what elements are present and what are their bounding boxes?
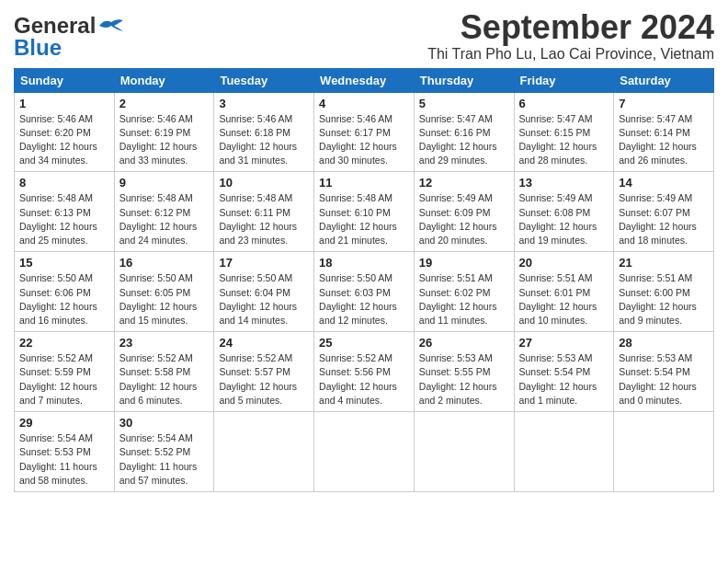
day-number: 19 bbox=[419, 256, 509, 270]
calendar-cell bbox=[214, 412, 314, 492]
calendar-cell: 24 Sunrise: 5:52 AMSunset: 5:57 PMDaylig… bbox=[214, 332, 314, 412]
calendar-cell: 25 Sunrise: 5:52 AMSunset: 5:56 PMDaylig… bbox=[314, 332, 415, 412]
weekday-header-sunday: Sunday bbox=[15, 68, 115, 92]
weekday-header-row: SundayMondayTuesdayWednesdayThursdayFrid… bbox=[15, 68, 714, 92]
day-number: 22 bbox=[19, 336, 109, 350]
day-info: Sunrise: 5:48 AMSunset: 6:12 PMDaylight:… bbox=[119, 191, 210, 247]
month-title: September 2024 bbox=[427, 9, 714, 46]
day-number: 2 bbox=[119, 97, 210, 110]
weekday-header-friday: Friday bbox=[514, 68, 614, 92]
day-info: Sunrise: 5:53 AMSunset: 5:55 PMDaylight:… bbox=[419, 351, 509, 408]
day-info: Sunrise: 5:51 AMSunset: 6:00 PMDaylight:… bbox=[619, 271, 709, 327]
day-number: 10 bbox=[219, 176, 309, 190]
calendar-table: SundayMondayTuesdayWednesdayThursdayFrid… bbox=[14, 68, 714, 492]
day-number: 21 bbox=[619, 256, 709, 270]
day-info: Sunrise: 5:52 AMSunset: 5:56 PMDaylight:… bbox=[319, 351, 409, 408]
calendar-cell bbox=[614, 412, 714, 492]
calendar-week-4: 22 Sunrise: 5:52 AMSunset: 5:59 PMDaylig… bbox=[15, 332, 714, 412]
calendar-cell: 29 Sunrise: 5:54 AMSunset: 5:53 PMDaylig… bbox=[15, 412, 115, 492]
calendar-week-5: 29 Sunrise: 5:54 AMSunset: 5:53 PMDaylig… bbox=[15, 412, 714, 492]
calendar-cell: 30 Sunrise: 5:54 AMSunset: 5:52 PMDaylig… bbox=[114, 412, 214, 492]
day-info: Sunrise: 5:51 AMSunset: 6:01 PMDaylight:… bbox=[519, 271, 609, 327]
page-header: General Blue September 2024 Thi Tran Pho… bbox=[14, 9, 714, 63]
calendar-cell: 19 Sunrise: 5:51 AMSunset: 6:02 PMDaylig… bbox=[414, 252, 514, 332]
day-number: 25 bbox=[319, 336, 409, 350]
day-info: Sunrise: 5:52 AMSunset: 5:57 PMDaylight:… bbox=[219, 351, 309, 408]
day-info: Sunrise: 5:46 AMSunset: 6:19 PMDaylight:… bbox=[119, 112, 210, 168]
calendar-cell: 21 Sunrise: 5:51 AMSunset: 6:00 PMDaylig… bbox=[614, 252, 714, 332]
calendar-cell: 17 Sunrise: 5:50 AMSunset: 6:04 PMDaylig… bbox=[214, 252, 314, 332]
calendar-cell: 28 Sunrise: 5:53 AMSunset: 5:54 PMDaylig… bbox=[614, 332, 714, 412]
day-number: 5 bbox=[419, 97, 509, 110]
day-info: Sunrise: 5:48 AMSunset: 6:13 PMDaylight:… bbox=[19, 191, 109, 247]
calendar-cell: 7 Sunrise: 5:47 AMSunset: 6:14 PMDayligh… bbox=[614, 92, 714, 172]
day-number: 6 bbox=[519, 97, 609, 110]
calendar-cell: 16 Sunrise: 5:50 AMSunset: 6:05 PMDaylig… bbox=[114, 252, 214, 332]
day-number: 9 bbox=[119, 176, 210, 190]
calendar-cell: 27 Sunrise: 5:53 AMSunset: 5:54 PMDaylig… bbox=[514, 332, 614, 412]
day-info: Sunrise: 5:50 AMSunset: 6:04 PMDaylight:… bbox=[219, 271, 309, 327]
day-number: 12 bbox=[419, 176, 509, 190]
day-info: Sunrise: 5:53 AMSunset: 5:54 PMDaylight:… bbox=[619, 351, 709, 408]
calendar-cell bbox=[514, 412, 614, 492]
day-number: 3 bbox=[219, 97, 309, 110]
calendar-cell: 23 Sunrise: 5:52 AMSunset: 5:58 PMDaylig… bbox=[114, 332, 214, 412]
location-title: Thi Tran Pho Lu, Lao Cai Province, Vietn… bbox=[427, 46, 714, 63]
calendar-week-2: 8 Sunrise: 5:48 AMSunset: 6:13 PMDayligh… bbox=[15, 172, 714, 252]
logo-bird-icon bbox=[97, 17, 125, 35]
calendar-cell: 14 Sunrise: 5:49 AMSunset: 6:07 PMDaylig… bbox=[614, 172, 714, 252]
calendar-cell: 22 Sunrise: 5:52 AMSunset: 5:59 PMDaylig… bbox=[15, 332, 115, 412]
day-info: Sunrise: 5:49 AMSunset: 6:09 PMDaylight:… bbox=[419, 191, 509, 247]
day-info: Sunrise: 5:51 AMSunset: 6:02 PMDaylight:… bbox=[419, 271, 509, 327]
calendar-cell: 2 Sunrise: 5:46 AMSunset: 6:19 PMDayligh… bbox=[114, 92, 214, 172]
calendar-cell: 5 Sunrise: 5:47 AMSunset: 6:16 PMDayligh… bbox=[414, 92, 514, 172]
day-number: 13 bbox=[519, 176, 609, 190]
day-info: Sunrise: 5:48 AMSunset: 6:11 PMDaylight:… bbox=[219, 191, 309, 247]
calendar-cell: 6 Sunrise: 5:47 AMSunset: 6:15 PMDayligh… bbox=[514, 92, 614, 172]
day-info: Sunrise: 5:48 AMSunset: 6:10 PMDaylight:… bbox=[319, 191, 409, 247]
calendar-cell: 9 Sunrise: 5:48 AMSunset: 6:12 PMDayligh… bbox=[114, 172, 214, 252]
day-info: Sunrise: 5:46 AMSunset: 6:18 PMDaylight:… bbox=[219, 112, 309, 168]
day-number: 28 bbox=[619, 336, 709, 350]
day-number: 1 bbox=[19, 97, 109, 110]
day-number: 20 bbox=[519, 256, 609, 270]
day-info: Sunrise: 5:52 AMSunset: 5:58 PMDaylight:… bbox=[119, 351, 210, 408]
day-info: Sunrise: 5:47 AMSunset: 6:14 PMDaylight:… bbox=[619, 112, 709, 168]
calendar-cell: 12 Sunrise: 5:49 AMSunset: 6:09 PMDaylig… bbox=[414, 172, 514, 252]
day-number: 26 bbox=[419, 336, 509, 350]
day-info: Sunrise: 5:47 AMSunset: 6:16 PMDaylight:… bbox=[419, 112, 509, 168]
day-number: 30 bbox=[119, 416, 210, 430]
day-info: Sunrise: 5:47 AMSunset: 6:15 PMDaylight:… bbox=[519, 112, 609, 168]
day-info: Sunrise: 5:54 AMSunset: 5:53 PMDaylight:… bbox=[19, 431, 109, 488]
calendar-cell: 15 Sunrise: 5:50 AMSunset: 6:06 PMDaylig… bbox=[15, 252, 115, 332]
day-number: 15 bbox=[19, 256, 109, 270]
day-info: Sunrise: 5:49 AMSunset: 6:07 PMDaylight:… bbox=[619, 191, 709, 247]
calendar-cell bbox=[314, 412, 415, 492]
calendar-cell: 18 Sunrise: 5:50 AMSunset: 6:03 PMDaylig… bbox=[314, 252, 415, 332]
day-number: 18 bbox=[319, 256, 409, 270]
calendar-cell: 3 Sunrise: 5:46 AMSunset: 6:18 PMDayligh… bbox=[214, 92, 314, 172]
day-number: 23 bbox=[119, 336, 210, 350]
calendar-cell: 1 Sunrise: 5:46 AMSunset: 6:20 PMDayligh… bbox=[15, 92, 115, 172]
weekday-header-saturday: Saturday bbox=[614, 68, 714, 92]
day-info: Sunrise: 5:52 AMSunset: 5:59 PMDaylight:… bbox=[19, 351, 109, 408]
calendar-cell bbox=[414, 412, 514, 492]
day-info: Sunrise: 5:50 AMSunset: 6:05 PMDaylight:… bbox=[119, 271, 210, 327]
day-number: 7 bbox=[619, 97, 709, 110]
calendar-cell: 4 Sunrise: 5:46 AMSunset: 6:17 PMDayligh… bbox=[314, 92, 415, 172]
calendar-cell: 26 Sunrise: 5:53 AMSunset: 5:55 PMDaylig… bbox=[414, 332, 514, 412]
logo-blue: Blue bbox=[14, 35, 62, 61]
day-info: Sunrise: 5:49 AMSunset: 6:08 PMDaylight:… bbox=[519, 191, 609, 247]
day-number: 11 bbox=[319, 176, 409, 190]
calendar-cell: 20 Sunrise: 5:51 AMSunset: 6:01 PMDaylig… bbox=[514, 252, 614, 332]
day-number: 14 bbox=[619, 176, 709, 190]
day-number: 27 bbox=[519, 336, 609, 350]
day-info: Sunrise: 5:50 AMSunset: 6:06 PMDaylight:… bbox=[19, 271, 109, 327]
day-info: Sunrise: 5:46 AMSunset: 6:17 PMDaylight:… bbox=[319, 112, 409, 168]
day-number: 16 bbox=[119, 256, 210, 270]
calendar-cell: 11 Sunrise: 5:48 AMSunset: 6:10 PMDaylig… bbox=[314, 172, 415, 252]
weekday-header-tuesday: Tuesday bbox=[214, 68, 314, 92]
logo: General Blue bbox=[14, 13, 125, 61]
day-info: Sunrise: 5:50 AMSunset: 6:03 PMDaylight:… bbox=[319, 271, 409, 327]
calendar-cell: 8 Sunrise: 5:48 AMSunset: 6:13 PMDayligh… bbox=[15, 172, 115, 252]
